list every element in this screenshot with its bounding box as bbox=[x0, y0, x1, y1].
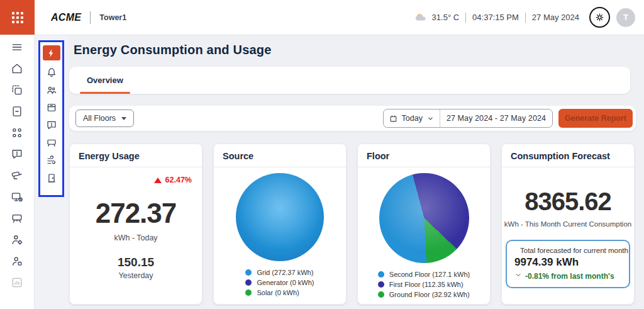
rail-item-occupancy[interactable] bbox=[45, 84, 57, 96]
source-legend: Grid (272.37 kWh) Generator (0 kWh) Sola… bbox=[245, 269, 314, 296]
chevron-down-icon bbox=[121, 117, 126, 120]
rail-item-assets[interactable] bbox=[45, 101, 57, 113]
legend-item[interactable]: Second Floor (127.1 kWh) bbox=[378, 271, 470, 278]
card-title: Source bbox=[214, 144, 346, 167]
sidebar-item-user-settings[interactable] bbox=[11, 233, 24, 246]
yesterday-consumption-value: 150.15 bbox=[118, 256, 154, 269]
floor-select[interactable]: All Floors bbox=[75, 110, 134, 127]
annotation-highlight-box bbox=[38, 40, 64, 197]
site-name[interactable]: Tower1 bbox=[99, 13, 126, 22]
menu-icon[interactable] bbox=[11, 40, 24, 53]
rail-item-desks[interactable] bbox=[45, 137, 57, 149]
chevron-down-icon bbox=[427, 115, 434, 122]
user-badge-icon bbox=[11, 255, 23, 267]
legend-dot bbox=[378, 271, 384, 278]
forecast-change: -0.81% from last month's bbox=[514, 271, 614, 281]
bar-chart-icon bbox=[11, 276, 23, 289]
sidebar-item-devices[interactable] bbox=[11, 190, 24, 203]
card-title: Energy Usage bbox=[70, 144, 202, 167]
app-grid-icon bbox=[12, 12, 23, 23]
brand-logo: ACME bbox=[51, 12, 81, 23]
legend-label: Grid (272.37 kWh) bbox=[257, 269, 313, 276]
legend-item[interactable]: First Floor (112.35 kWh) bbox=[378, 281, 470, 288]
legend-label: Ground Floor (32.92 kWh) bbox=[389, 291, 470, 298]
rail-item-air-quality[interactable] bbox=[45, 154, 57, 166]
forecast-box: Total forecasted for current month 9974.… bbox=[506, 240, 630, 288]
energy-bolt-icon bbox=[47, 48, 56, 58]
clock-time: 04:37:15 PM bbox=[472, 13, 519, 22]
sidebar-item-workstations[interactable] bbox=[11, 211, 24, 225]
settings-gear-icon bbox=[595, 13, 604, 22]
settings-button[interactable] bbox=[589, 7, 610, 28]
legend-label: First Floor (112.35 kWh) bbox=[389, 281, 464, 288]
monitor-schedule-icon bbox=[11, 191, 23, 203]
sidebar-item-organization[interactable] bbox=[11, 126, 24, 139]
forecast-box-title: Total forecasted for current month bbox=[520, 247, 628, 254]
sidebar-item-visitors[interactable] bbox=[11, 254, 24, 267]
tab-overview[interactable]: Overview bbox=[80, 67, 130, 94]
sidebar-item-home[interactable] bbox=[11, 62, 24, 75]
calendar-icon bbox=[389, 115, 397, 123]
floor-select-label: All Floors bbox=[83, 114, 116, 123]
card-title: Floor bbox=[358, 144, 490, 167]
sidebar-item-reports[interactable] bbox=[11, 276, 24, 289]
cabinet-icon bbox=[46, 102, 57, 113]
change-percent: 62.47% bbox=[165, 176, 192, 184]
weather-widget: 31.5° C bbox=[414, 13, 460, 23]
legend-label: Solar (0 kWh) bbox=[257, 289, 299, 296]
sidebar-item-cctv[interactable] bbox=[11, 169, 24, 182]
today-consumption-value: 272.37 bbox=[96, 199, 177, 227]
top-bar: ACME Tower1 31.5° C 04:37:15 PM 27 May 2… bbox=[0, 0, 644, 35]
consumption-forecast-card: Consumption Forecast 8365.62 kWh - This … bbox=[501, 143, 635, 305]
forecast-change-text: -0.81% from last month's bbox=[525, 272, 614, 281]
range-preset-label: Today bbox=[402, 114, 423, 123]
date-display: 27 May 2024 bbox=[532, 13, 579, 22]
energy-usage-card: Energy Usage 62.47% 272.37 kWh - Today 1… bbox=[69, 143, 203, 305]
chevron-down-icon bbox=[514, 271, 522, 281]
people-icon bbox=[46, 84, 57, 96]
app-launcher-button[interactable] bbox=[0, 0, 35, 35]
home-icon bbox=[11, 62, 23, 75]
header-divider bbox=[525, 13, 526, 23]
legend-label: Second Floor (127.1 kWh) bbox=[389, 271, 470, 278]
range-preset-select[interactable]: Today bbox=[384, 110, 440, 127]
copy-pages-icon bbox=[11, 84, 23, 96]
rail-item-alarms[interactable] bbox=[45, 66, 57, 78]
floor-legend: Second Floor (127.1 kWh) First Floor (11… bbox=[378, 271, 470, 298]
date-filter-group: Today 27 May 2024 - 27 May 2024 Generate… bbox=[383, 109, 633, 128]
rail-item-energy-active[interactable] bbox=[43, 45, 60, 60]
avatar[interactable]: T bbox=[616, 8, 635, 27]
change-indicator: 62.47% bbox=[154, 176, 192, 184]
date-range-value[interactable]: 27 May 2024 - 27 May 2024 bbox=[440, 114, 552, 123]
generate-report-button[interactable]: Generate Report bbox=[558, 109, 633, 128]
sidebar-item-spaces[interactable] bbox=[11, 83, 24, 96]
weather-partly-cloudy-icon bbox=[414, 13, 428, 23]
forecast-value: 9974.39 kWh bbox=[514, 256, 579, 269]
legend-dot bbox=[245, 289, 252, 296]
legend-dot bbox=[378, 291, 384, 298]
rail-item-complaints[interactable] bbox=[45, 119, 57, 131]
tab-bar: Overview bbox=[69, 67, 630, 94]
triangle-up-icon bbox=[154, 177, 162, 183]
cctv-camera-icon bbox=[11, 169, 23, 182]
rail-item-access[interactable] bbox=[45, 172, 57, 184]
temperature-value: 31.5° C bbox=[432, 13, 460, 22]
filter-bar: All Floors Today 27 May 2024 - 27 May 20… bbox=[69, 106, 636, 131]
legend-item[interactable]: Generator (0 kWh) bbox=[245, 279, 314, 286]
header-right-group: 31.5° C 04:37:15 PM 27 May 2024 T bbox=[414, 7, 644, 28]
month-consumption-label: kWh - This Month Current Consumption bbox=[504, 220, 631, 228]
sidebar-item-incidents[interactable] bbox=[11, 147, 24, 160]
legend-label: Generator (0 kWh) bbox=[257, 279, 314, 286]
chat-alert-icon bbox=[11, 148, 23, 160]
source-pie-chart bbox=[236, 173, 324, 261]
legend-item[interactable]: Grid (272.37 kWh) bbox=[245, 269, 314, 276]
date-range-control: Today 27 May 2024 - 27 May 2024 bbox=[383, 109, 553, 128]
month-consumption-value: 8365.62 bbox=[525, 189, 611, 214]
sidebar-item-logbook[interactable] bbox=[11, 104, 24, 118]
legend-item[interactable]: Solar (0 kWh) bbox=[245, 289, 314, 296]
today-consumption-label: kWh - Today bbox=[114, 233, 157, 242]
main-sidebar bbox=[0, 35, 35, 309]
door-icon bbox=[46, 172, 57, 184]
legend-item[interactable]: Ground Floor (32.92 kWh) bbox=[378, 291, 470, 298]
page-title: Energy Consumption and Usage bbox=[74, 43, 635, 57]
